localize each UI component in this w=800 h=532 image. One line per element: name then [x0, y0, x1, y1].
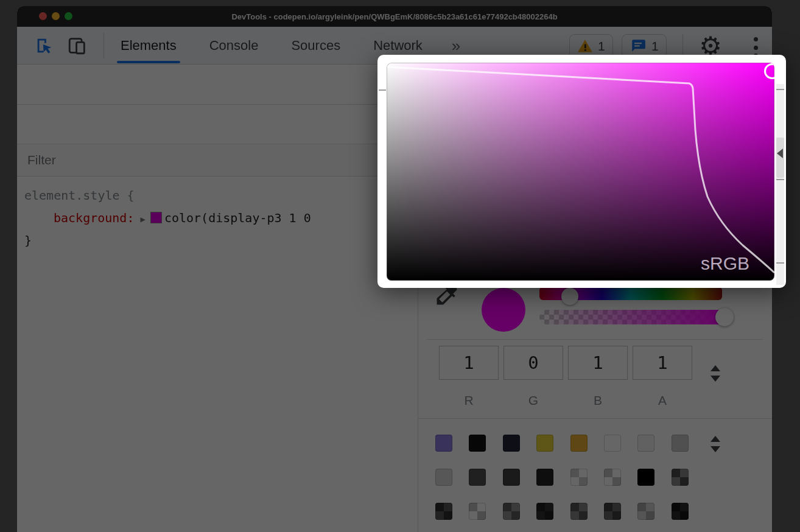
alpha-slider-track[interactable]	[539, 310, 726, 324]
inspect-element-icon[interactable]	[33, 34, 56, 57]
palette-swatch[interactable]	[637, 435, 654, 452]
css-color-swatch[interactable]	[150, 212, 162, 223]
green-label: G	[504, 393, 563, 408]
close-window-button[interactable]	[39, 12, 47, 20]
rule-selector[interactable]: element.style {	[24, 184, 377, 207]
blue-value-input[interactable]: 1	[568, 346, 628, 380]
palette-swatch[interactable]	[536, 435, 553, 452]
minimize-window-button[interactable]	[52, 12, 60, 20]
expand-value-icon[interactable]: ▶	[140, 208, 145, 231]
alpha-value-input[interactable]: 1	[633, 346, 692, 380]
palette-swatch[interactable]	[435, 469, 452, 486]
palette-swatch[interactable]	[637, 503, 654, 520]
palette-swatch[interactable]	[604, 469, 621, 486]
palette-swatch[interactable]	[435, 503, 452, 520]
palette-swatch[interactable]	[672, 469, 689, 486]
palette-swatch[interactable]	[570, 435, 588, 452]
magnified-color-spectrum-popup: sRGB	[377, 55, 786, 288]
palette-swatch[interactable]	[637, 469, 654, 486]
palette-switcher-icon[interactable]	[711, 436, 720, 452]
tab-elements[interactable]: Elements	[119, 27, 178, 65]
left-arrow-icon	[777, 149, 783, 158]
srgb-gamut-overlay: sRGB	[387, 63, 774, 281]
palette-swatch[interactable]	[536, 503, 553, 520]
color-format-toggle-icon[interactable]	[711, 365, 720, 382]
palette-swatch[interactable]	[503, 469, 520, 486]
window-title: DevTools - codepen.io/argyleink/pen/QWBg…	[17, 12, 772, 21]
message-count: 1	[651, 39, 659, 54]
toolbar-separator	[682, 34, 683, 57]
toggle-device-toolbar-icon[interactable]	[66, 34, 89, 57]
style-rule-block: element.style { background:▶color(displa…	[24, 184, 377, 252]
warning-icon	[577, 39, 593, 54]
green-value-input[interactable]: 0	[504, 346, 563, 380]
red-label: R	[439, 393, 499, 408]
property-name[interactable]: background	[54, 211, 127, 225]
traffic-lights	[39, 12, 72, 20]
tab-console[interactable]: Console	[208, 27, 260, 65]
tick-mark	[776, 89, 784, 90]
palette-swatch[interactable]	[469, 435, 486, 452]
rule-closing-brace: }	[24, 229, 377, 252]
palette-swatch[interactable]	[469, 469, 486, 486]
spectrum-gradient[interactable]: sRGB	[387, 63, 774, 281]
palette-swatch[interactable]	[570, 503, 588, 520]
red-value-input[interactable]: 1	[439, 346, 499, 380]
palette-swatch[interactable]	[536, 469, 553, 486]
zoom-window-button[interactable]	[65, 12, 72, 20]
styles-filter-input[interactable]: Filter	[27, 153, 56, 167]
palette-swatch[interactable]	[469, 503, 486, 520]
tick-mark	[379, 89, 386, 91]
tick-mark	[776, 262, 784, 264]
scrollbar-strip[interactable]	[776, 84, 784, 285]
blue-label: B	[568, 393, 628, 408]
divider	[418, 418, 772, 419]
window-titlebar: DevTools - codepen.io/argyleink/pen/QWBg…	[17, 6, 772, 27]
palette-swatch[interactable]	[435, 435, 452, 452]
tab-sources[interactable]: Sources	[290, 27, 342, 65]
srgb-gamut-label: sRGB	[701, 253, 749, 273]
palette-swatch[interactable]	[672, 435, 689, 452]
palette-swatch[interactable]	[604, 435, 621, 452]
hue-slider-thumb[interactable]	[561, 288, 578, 305]
property-value[interactable]: color(display-p3 1 0	[164, 211, 311, 225]
chat-bubble-icon	[630, 38, 647, 54]
current-color-swatch	[482, 288, 525, 332]
tick-mark	[776, 179, 784, 180]
palette-swatch[interactable]	[604, 503, 621, 520]
alpha-label: A	[633, 393, 692, 408]
palette-swatch[interactable]	[672, 503, 689, 520]
warning-count: 1	[598, 39, 605, 54]
palette-swatch[interactable]	[503, 435, 520, 452]
divider	[427, 339, 763, 340]
screen: DevTools - codepen.io/argyleink/pen/QWBg…	[0, 0, 800, 532]
palette-swatch[interactable]	[503, 503, 520, 520]
palette-swatch[interactable]	[570, 469, 588, 486]
toolbar-separator	[104, 33, 104, 58]
rule-declaration: background:▶color(display-p3 1 0	[24, 207, 377, 229]
alpha-slider-thumb[interactable]	[715, 308, 734, 326]
